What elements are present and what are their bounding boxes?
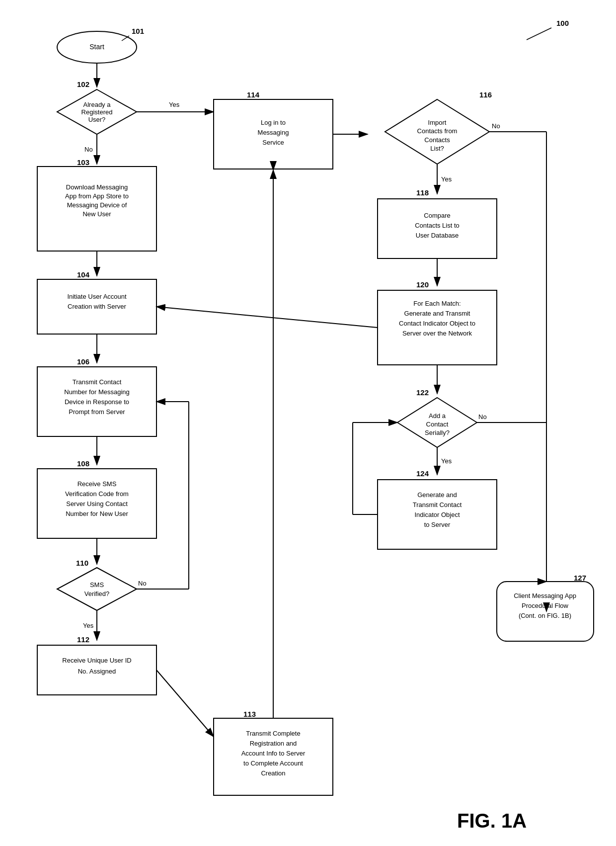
box-113-line5: Creation	[261, 769, 285, 777]
svg-line-47	[527, 28, 551, 40]
svg-marker-15	[57, 568, 137, 610]
box-120-line2: Generate and Transmit	[404, 310, 470, 317]
ref-116: 116	[479, 90, 492, 99]
box-108-line1: Receive SMS	[77, 480, 117, 488]
ref-127: 127	[574, 574, 586, 582]
diamond-102-line1: Already a	[83, 101, 111, 108]
no-label-116: No	[492, 122, 500, 130]
box-120-line1: For Each Match:	[413, 300, 461, 307]
yes-label-116: Yes	[441, 175, 452, 183]
ref-114: 114	[247, 90, 260, 99]
box-113-line3: Account Info to Server	[241, 750, 306, 757]
diamond-116-line3: Contacts	[424, 136, 450, 144]
box-124-line4: to Server	[424, 521, 451, 528]
box-108-line4: Number for New User	[66, 510, 128, 517]
box-124-line3: Indicator Object	[414, 511, 460, 518]
box-113-line2: Registration and	[250, 740, 297, 747]
ref-110: 110	[76, 559, 88, 567]
ref-101: 101	[132, 27, 144, 35]
yes-label-122: Yes	[441, 457, 452, 465]
ref-104: 104	[77, 270, 90, 279]
box-112-line1: Receive Unique User ID	[62, 657, 131, 664]
box-104-line2: Creation with Server	[68, 303, 126, 310]
diamond-122-line3: Serially?	[425, 429, 450, 436]
box-124-line2: Transmit Contact	[413, 501, 462, 508]
diamond-122-line2: Contact	[426, 421, 449, 428]
box-106-line1: Transmit Contact	[73, 378, 122, 386]
box-127-line3: (Cont. on FIG. 1B)	[519, 612, 571, 619]
box-127-line1: Client Messaging App	[514, 592, 576, 599]
box-120-line3: Contact Indicator Object to	[399, 320, 475, 327]
ref-106: 106	[77, 357, 89, 366]
box-112-line2: No. Assigned	[78, 668, 116, 675]
box-103-line2: App from App Store to	[65, 192, 129, 200]
flowchart-container: Start 101 Already a Registered User? 102…	[0, 0, 616, 846]
no-label-102: No	[84, 146, 93, 153]
no-label-110: No	[138, 580, 147, 587]
box-114-line2: Messaging	[258, 129, 289, 136]
box-113-line1: Transmit Complete	[246, 730, 300, 737]
ref-118: 118	[416, 188, 429, 197]
diamond-110-line2: Verified?	[84, 590, 110, 597]
diamond-116-line2: Contacts from	[417, 127, 458, 135]
box-108-line2: Verification Code from	[65, 490, 129, 498]
box-108-line3: Server Using Contact	[66, 500, 128, 508]
ref-102: 102	[77, 80, 89, 88]
diamond-116-line4: List?	[430, 145, 444, 152]
start-label: Start	[89, 43, 104, 51]
box-103-line4: New User	[82, 210, 111, 218]
box-127-line2: Procedural Flow	[522, 602, 569, 609]
box-103-line3: Messaging Device of	[67, 201, 127, 209]
box-118-line2: Contacts List to	[415, 222, 460, 229]
no-label-122: No	[478, 413, 487, 421]
svg-line-32	[156, 307, 378, 328]
ref-103: 103	[77, 158, 89, 167]
diamond-102-line2: Registered	[81, 108, 113, 116]
box-106-line2: Number for Messaging	[64, 388, 130, 396]
box-106-line4: Prompt from Server	[69, 408, 125, 416]
yes-label-110: Yes	[83, 622, 94, 629]
box-114-line1: Log in to	[261, 119, 286, 126]
box-124-line1: Generate and	[417, 491, 457, 499]
diamond-102-line3: User?	[88, 116, 106, 123]
box-114-line3: Service	[262, 139, 284, 146]
ref-100: 100	[556, 19, 569, 27]
box-103-line1: Download Messaging	[66, 183, 128, 191]
box-120-line4: Server over the Network	[402, 330, 472, 337]
ref-112: 112	[77, 635, 89, 644]
fig-label: FIG. 1A	[457, 810, 527, 832]
ref-108: 108	[77, 459, 89, 468]
svg-line-21	[156, 670, 214, 737]
box-113-line4: to Complete Account	[243, 760, 303, 767]
box-118-line1: Compare	[424, 212, 450, 219]
diamond-116-line1: Import	[428, 119, 447, 126]
box-106-line3: Device in Response to	[65, 398, 129, 406]
diamond-122-line1: Add a	[429, 412, 446, 420]
ref-120: 120	[416, 280, 429, 289]
ref-113: 113	[243, 710, 256, 718]
ref-124: 124	[416, 469, 429, 478]
ref-122: 122	[416, 388, 429, 397]
box-118-line3: User Database	[416, 232, 459, 239]
yes-label-102: Yes	[169, 101, 180, 108]
svg-rect-45	[497, 582, 594, 641]
diamond-110-line1: SMS	[90, 581, 104, 589]
box-104-line1: Initiate User Account	[67, 293, 127, 300]
